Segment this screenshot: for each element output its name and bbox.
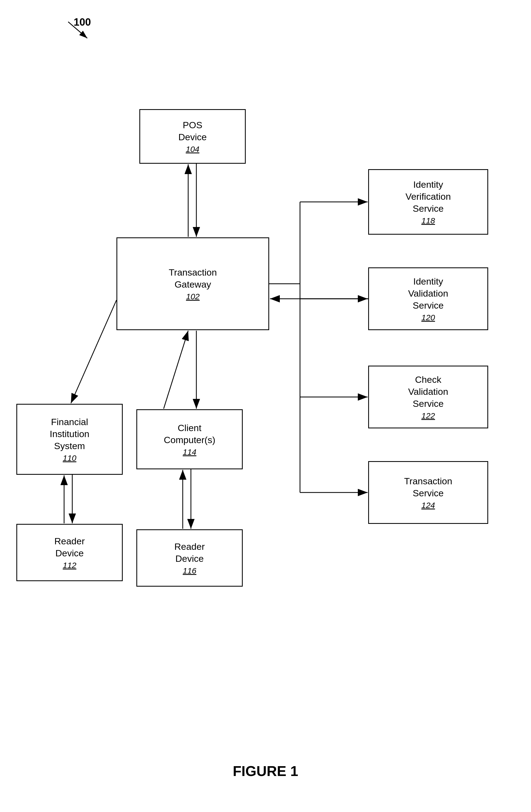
transaction-gateway-label: TransactionGateway xyxy=(169,266,217,290)
transaction-service-label: TransactionService xyxy=(404,475,452,499)
identity-verification-label: IdentityVerificationService xyxy=(405,178,451,215)
transaction-service-node: TransactionService 124 xyxy=(368,461,488,524)
diagram-container: 100 POSDevice 104 TransactionGateway 102… xyxy=(0,0,531,812)
financial-institution-label: FinancialInstitutionSystem xyxy=(50,416,89,452)
identity-validation-node: IdentityValidationService 120 xyxy=(368,267,488,330)
identity-validation-label: IdentityValidationService xyxy=(408,275,448,311)
pos-device-node: POSDevice 104 xyxy=(139,109,246,164)
figure-label: FIGURE 1 xyxy=(0,763,531,779)
transaction-service-id: 124 xyxy=(422,501,435,510)
reader-device-112-id: 112 xyxy=(63,561,76,570)
financial-institution-id: 110 xyxy=(63,453,76,463)
svg-line-6 xyxy=(71,300,116,403)
pos-device-id: 104 xyxy=(186,145,200,154)
pos-device-label: POSDevice xyxy=(178,119,207,143)
transaction-gateway-node: TransactionGateway 102 xyxy=(116,237,269,330)
svg-line-9 xyxy=(164,331,188,409)
reader-device-116-id: 116 xyxy=(183,566,196,576)
reader-device-112-label: ReaderDevice xyxy=(54,535,85,559)
check-validation-node: CheckValidationService 122 xyxy=(368,366,488,429)
reader-device-116-label: ReaderDevice xyxy=(174,540,205,565)
reader-device-112-node: ReaderDevice 112 xyxy=(16,524,123,581)
financial-institution-node: FinancialInstitutionSystem 110 xyxy=(16,404,123,475)
reader-device-116-node: ReaderDevice 116 xyxy=(136,529,243,586)
transaction-gateway-id: 102 xyxy=(186,292,200,301)
client-computers-node: ClientComputer(s) 114 xyxy=(136,409,243,469)
identity-verification-id: 118 xyxy=(422,216,435,226)
identity-validation-id: 120 xyxy=(422,313,435,322)
client-computers-id: 114 xyxy=(183,448,196,457)
identity-verification-node: IdentityVerificationService 118 xyxy=(368,169,488,235)
title-arrow xyxy=(55,14,109,46)
client-computers-label: ClientComputer(s) xyxy=(164,422,216,446)
svg-line-1 xyxy=(68,22,87,38)
check-validation-label: CheckValidationService xyxy=(408,374,448,410)
check-validation-id: 122 xyxy=(422,411,435,420)
